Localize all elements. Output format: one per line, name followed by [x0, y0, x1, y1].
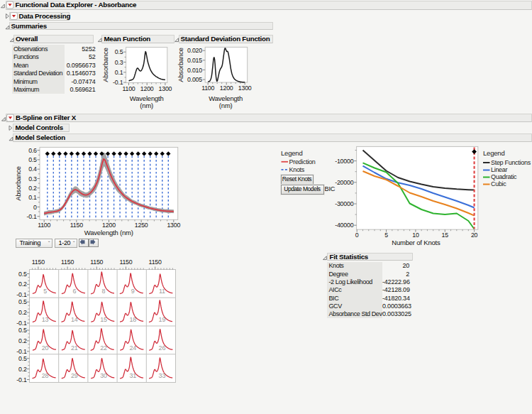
svg-text:-0.1: -0.1 [16, 291, 27, 298]
svg-text:1150: 1150 [70, 222, 83, 229]
svg-text:-30000: -30000 [335, 200, 353, 207]
svg-text:(nm): (nm) [140, 102, 153, 109]
svg-text:-0.1: -0.1 [26, 213, 37, 220]
svg-text:13: 13 [42, 316, 49, 323]
svg-text:0.020: 0.020 [187, 47, 202, 54]
svg-text:BIC: BIC [325, 185, 336, 192]
svg-text:22: 22 [100, 344, 107, 352]
svg-text:-10000: -10000 [335, 158, 353, 165]
svg-text:0.1: 0.1 [115, 69, 123, 76]
svg-text:0.5: 0.5 [18, 327, 27, 334]
svg-text:33: 33 [159, 372, 166, 379]
svg-text:0.5: 0.5 [18, 271, 27, 278]
svg-text:1250: 1250 [135, 222, 148, 229]
svg-text:0.5: 0.5 [115, 48, 123, 55]
svg-text:28: 28 [42, 372, 49, 379]
svg-text:11: 11 [159, 288, 165, 295]
svg-text:19: 19 [159, 316, 166, 323]
svg-text:0.5: 0.5 [18, 355, 27, 362]
svg-text:9: 9 [131, 288, 135, 295]
svg-text:1150: 1150 [149, 258, 162, 266]
svg-text:-0.1: -0.1 [16, 320, 27, 327]
svg-text:18: 18 [129, 316, 136, 323]
svg-text:1100: 1100 [38, 222, 50, 229]
svg-text:8: 8 [102, 288, 106, 295]
svg-text:1100: 1100 [122, 85, 135, 92]
svg-text:1200: 1200 [102, 222, 116, 229]
svg-text:-0.1: -0.1 [16, 348, 27, 355]
svg-text:0.2: 0.2 [18, 309, 27, 316]
svg-text:0.6: 0.6 [28, 147, 37, 154]
svg-text:Absorbance: Absorbance [177, 48, 184, 82]
svg-text:26: 26 [159, 344, 166, 352]
svg-text:Absorbance: Absorbance [101, 48, 109, 82]
svg-text:15: 15 [442, 231, 449, 239]
svg-text:29: 29 [71, 372, 78, 379]
svg-text:Wavelength: Wavelength [209, 94, 243, 102]
svg-text:Absorbance: Absorbance [14, 166, 22, 201]
svg-text:15: 15 [100, 316, 107, 323]
svg-text:-40000: -40000 [335, 222, 353, 229]
svg-text:5: 5 [384, 231, 388, 239]
svg-text:0.1: 0.1 [28, 194, 37, 201]
svg-text:21: 21 [71, 344, 78, 352]
svg-text:0.2: 0.2 [28, 185, 37, 192]
svg-text:31: 31 [129, 372, 136, 379]
svg-text:0.3: 0.3 [115, 59, 123, 66]
svg-text:0.3: 0.3 [28, 175, 37, 183]
svg-text:(nm): (nm) [219, 102, 233, 109]
svg-text:-0.1: -0.1 [16, 376, 27, 383]
svg-text:0.010: 0.010 [187, 67, 202, 74]
svg-text:1150: 1150 [90, 258, 103, 266]
svg-text:0.4: 0.4 [28, 165, 37, 173]
svg-text:1300: 1300 [159, 85, 172, 92]
svg-text:6: 6 [72, 288, 76, 295]
svg-text:0.5: 0.5 [28, 156, 37, 163]
svg-text:0: 0 [355, 231, 359, 239]
svg-text:1300: 1300 [167, 222, 180, 229]
svg-text:1100: 1100 [201, 85, 214, 92]
svg-text:0.5: 0.5 [18, 298, 27, 305]
svg-text:1300: 1300 [238, 85, 252, 92]
svg-text:14: 14 [71, 316, 78, 323]
svg-text:Number of Knots: Number of Knots [392, 239, 440, 246]
svg-text:0.2: 0.2 [18, 280, 27, 288]
svg-text:24: 24 [129, 344, 136, 352]
svg-text:0.015: 0.015 [187, 57, 202, 64]
svg-text:20: 20 [471, 231, 478, 239]
svg-text:5: 5 [43, 288, 47, 295]
svg-text:0.2: 0.2 [18, 366, 27, 373]
svg-text:0.2: 0.2 [18, 337, 27, 344]
svg-text:Wavelength: Wavelength [130, 94, 164, 102]
svg-text:10: 10 [412, 231, 419, 239]
svg-text:-20000: -20000 [335, 179, 353, 186]
svg-text:0: 0 [33, 204, 37, 211]
svg-text:Wavelength (nm): Wavelength (nm) [84, 229, 133, 236]
svg-text:1150: 1150 [61, 258, 74, 266]
svg-text:1150: 1150 [119, 258, 132, 266]
svg-text:0.005: 0.005 [187, 76, 202, 83]
svg-text:30: 30 [100, 372, 107, 379]
svg-text:1200: 1200 [220, 85, 233, 92]
svg-text:20: 20 [42, 344, 49, 352]
svg-text:1200: 1200 [140, 85, 154, 92]
svg-text:1150: 1150 [32, 258, 45, 266]
